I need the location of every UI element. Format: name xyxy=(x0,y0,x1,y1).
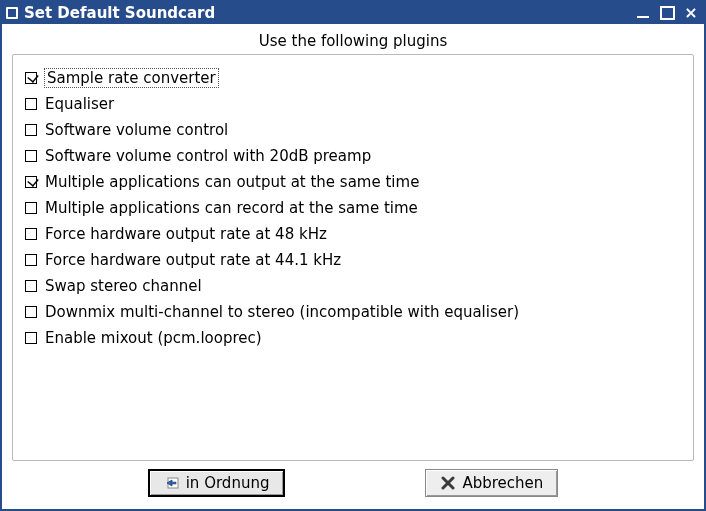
plugin-checkbox[interactable] xyxy=(25,280,37,292)
page-title: Use the following plugins xyxy=(12,30,694,54)
ok-arrow-icon xyxy=(164,475,180,491)
plugin-checkbox[interactable] xyxy=(25,202,37,214)
plugin-label: Force hardware output rate at 44.1 kHz xyxy=(45,251,341,269)
plugin-checkbox[interactable] xyxy=(25,150,37,162)
plugin-checkbox[interactable] xyxy=(25,72,37,84)
cancel-button[interactable]: Abbrechen xyxy=(425,469,558,497)
plugin-label: Sample rate converter xyxy=(45,69,218,87)
plugin-label: Force hardware output rate at 48 kHz xyxy=(45,225,327,243)
plugin-row[interactable]: Sample rate converter xyxy=(25,65,681,91)
plugin-checkbox[interactable] xyxy=(25,176,37,188)
plugin-label: Software volume control with 20dB preamp xyxy=(45,147,371,165)
system-menu-icon[interactable] xyxy=(6,7,18,19)
close-button[interactable] xyxy=(682,5,700,21)
plugin-row[interactable]: Multiple applications can output at the … xyxy=(25,169,681,195)
plugin-row[interactable]: Downmix multi-channel to stereo (incompa… xyxy=(25,299,681,325)
plugin-label: Enable mixout (pcm.looprec) xyxy=(45,329,262,347)
plugin-label: Equaliser xyxy=(45,95,114,113)
plugin-checkbox[interactable] xyxy=(25,98,37,110)
content-area: Use the following plugins Sample rate co… xyxy=(2,24,704,509)
plugin-label: Multiple applications can output at the … xyxy=(45,173,419,191)
plugin-checkbox[interactable] xyxy=(25,254,37,266)
plugin-list: Sample rate converterEqualiserSoftware v… xyxy=(12,54,694,461)
plugin-checkbox[interactable] xyxy=(25,332,37,344)
maximize-button[interactable] xyxy=(658,5,676,21)
button-bar: in Ordnung Abbrechen xyxy=(12,461,694,501)
plugin-checkbox[interactable] xyxy=(25,228,37,240)
plugin-label: Downmix multi-channel to stereo (incompa… xyxy=(45,303,519,321)
minimize-button[interactable] xyxy=(634,5,652,21)
titlebar[interactable]: Set Default Soundcard xyxy=(2,2,704,24)
cancel-x-icon xyxy=(440,475,456,491)
plugin-row[interactable]: Software volume control with 20dB preamp xyxy=(25,143,681,169)
window: Set Default Soundcard Use the following … xyxy=(0,0,706,511)
cancel-button-label: Abbrechen xyxy=(462,474,543,492)
plugin-row[interactable]: Force hardware output rate at 44.1 kHz xyxy=(25,247,681,273)
window-title: Set Default Soundcard xyxy=(24,4,215,22)
plugin-row[interactable]: Multiple applications can record at the … xyxy=(25,195,681,221)
ok-button-label: in Ordnung xyxy=(186,474,270,492)
plugin-checkbox[interactable] xyxy=(25,124,37,136)
plugin-row[interactable]: Enable mixout (pcm.looprec) xyxy=(25,325,681,351)
plugin-label: Software volume control xyxy=(45,121,228,139)
plugin-row[interactable]: Force hardware output rate at 48 kHz xyxy=(25,221,681,247)
window-controls xyxy=(634,5,700,21)
ok-button[interactable]: in Ordnung xyxy=(148,469,286,497)
plugin-row[interactable]: Swap stereo channel xyxy=(25,273,681,299)
plugin-label: Multiple applications can record at the … xyxy=(45,199,418,217)
plugin-row[interactable]: Software volume control xyxy=(25,117,681,143)
svg-rect-1 xyxy=(171,482,176,484)
plugin-label: Swap stereo channel xyxy=(45,277,202,295)
plugin-row[interactable]: Equaliser xyxy=(25,91,681,117)
plugin-checkbox[interactable] xyxy=(25,306,37,318)
